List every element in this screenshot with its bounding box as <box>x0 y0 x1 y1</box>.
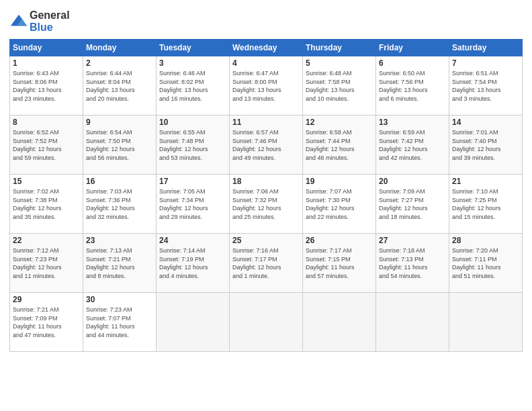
col-header-tuesday: Tuesday <box>157 40 230 56</box>
day-info: Sunrise: 6:57 AM Sunset: 7:46 PM Dayligh… <box>232 128 300 162</box>
header: General Blue <box>9 7 523 34</box>
day-number: 4 <box>232 58 300 68</box>
col-header-wednesday: Wednesday <box>230 40 303 56</box>
day-number: 12 <box>306 118 373 127</box>
cal-cell: 25Sunrise: 7:16 AM Sunset: 7:17 PM Dayli… <box>230 234 303 293</box>
week-row-1: 1Sunrise: 6:43 AM Sunset: 8:06 PM Daylig… <box>10 56 523 116</box>
logo: General Blue <box>9 9 70 34</box>
day-info: Sunrise: 7:13 AM Sunset: 7:21 PM Dayligh… <box>86 246 153 280</box>
day-number: 26 <box>306 236 373 245</box>
day-number: 19 <box>306 177 373 186</box>
calendar-page: General Blue SundayMondayTuesdayWednesda… <box>0 0 532 411</box>
day-info: Sunrise: 6:51 AM Sunset: 7:54 PM Dayligh… <box>452 69 519 103</box>
cal-cell: 29Sunrise: 7:21 AM Sunset: 7:09 PM Dayli… <box>10 293 83 352</box>
day-info: Sunrise: 7:01 AM Sunset: 7:40 PM Dayligh… <box>452 128 519 162</box>
day-number: 11 <box>232 118 300 127</box>
cal-cell <box>449 293 523 352</box>
cal-cell: 13Sunrise: 6:59 AM Sunset: 7:42 PM Dayli… <box>376 116 449 175</box>
day-number: 14 <box>452 118 519 127</box>
day-number: 1 <box>13 58 80 68</box>
cal-cell: 5Sunrise: 6:48 AM Sunset: 7:58 PM Daylig… <box>303 56 376 116</box>
day-number: 6 <box>379 58 446 68</box>
day-info: Sunrise: 6:55 AM Sunset: 7:48 PM Dayligh… <box>159 128 226 162</box>
day-number: 23 <box>86 236 153 245</box>
day-number: 3 <box>159 58 226 68</box>
day-info: Sunrise: 6:59 AM Sunset: 7:42 PM Dayligh… <box>379 128 446 162</box>
cal-cell: 2Sunrise: 6:44 AM Sunset: 8:04 PM Daylig… <box>83 56 157 116</box>
cal-cell: 18Sunrise: 7:06 AM Sunset: 7:32 PM Dayli… <box>230 175 303 234</box>
day-info: Sunrise: 6:48 AM Sunset: 7:58 PM Dayligh… <box>306 69 373 103</box>
day-info: Sunrise: 6:58 AM Sunset: 7:44 PM Dayligh… <box>306 128 373 162</box>
day-info: Sunrise: 6:52 AM Sunset: 7:52 PM Dayligh… <box>13 128 80 162</box>
cal-cell <box>230 293 303 352</box>
day-number: 13 <box>379 118 446 127</box>
col-header-monday: Monday <box>83 40 157 56</box>
day-info: Sunrise: 6:47 AM Sunset: 8:00 PM Dayligh… <box>232 69 300 103</box>
cal-cell: 15Sunrise: 7:02 AM Sunset: 7:38 PM Dayli… <box>10 175 83 234</box>
week-row-3: 15Sunrise: 7:02 AM Sunset: 7:38 PM Dayli… <box>10 175 523 234</box>
calendar-table: SundayMondayTuesdayWednesdayThursdayFrid… <box>9 39 523 352</box>
day-number: 5 <box>306 58 373 68</box>
cal-cell: 28Sunrise: 7:20 AM Sunset: 7:11 PM Dayli… <box>449 234 523 293</box>
cal-cell: 20Sunrise: 7:09 AM Sunset: 7:27 PM Dayli… <box>376 175 449 234</box>
cal-cell <box>376 293 449 352</box>
cal-cell: 27Sunrise: 7:18 AM Sunset: 7:13 PM Dayli… <box>376 234 449 293</box>
day-info: Sunrise: 6:44 AM Sunset: 8:04 PM Dayligh… <box>86 69 153 103</box>
day-number: 2 <box>86 58 153 68</box>
cal-cell: 1Sunrise: 6:43 AM Sunset: 8:06 PM Daylig… <box>10 56 83 116</box>
cal-cell <box>303 293 376 352</box>
cal-cell: 30Sunrise: 7:23 AM Sunset: 7:07 PM Dayli… <box>83 293 157 352</box>
cal-cell: 11Sunrise: 6:57 AM Sunset: 7:46 PM Dayli… <box>230 116 303 175</box>
day-info: Sunrise: 7:14 AM Sunset: 7:19 PM Dayligh… <box>159 246 226 280</box>
week-row-4: 22Sunrise: 7:12 AM Sunset: 7:23 PM Dayli… <box>10 234 523 293</box>
day-info: Sunrise: 6:46 AM Sunset: 8:02 PM Dayligh… <box>159 69 226 103</box>
cal-cell: 19Sunrise: 7:07 AM Sunset: 7:30 PM Dayli… <box>303 175 376 234</box>
cal-cell: 16Sunrise: 7:03 AM Sunset: 7:36 PM Dayli… <box>83 175 157 234</box>
day-info: Sunrise: 7:21 AM Sunset: 7:09 PM Dayligh… <box>13 306 80 339</box>
col-header-thursday: Thursday <box>303 40 376 56</box>
day-number: 21 <box>452 177 519 186</box>
cal-cell: 3Sunrise: 6:46 AM Sunset: 8:02 PM Daylig… <box>157 56 230 116</box>
day-info: Sunrise: 7:10 AM Sunset: 7:25 PM Dayligh… <box>452 187 519 221</box>
col-header-saturday: Saturday <box>449 40 523 56</box>
cal-cell: 4Sunrise: 6:47 AM Sunset: 8:00 PM Daylig… <box>230 56 303 116</box>
day-info: Sunrise: 6:50 AM Sunset: 7:56 PM Dayligh… <box>379 69 446 103</box>
day-info: Sunrise: 7:09 AM Sunset: 7:27 PM Dayligh… <box>379 187 446 221</box>
day-number: 9 <box>86 118 153 127</box>
day-number: 29 <box>13 295 80 304</box>
logo-icon <box>9 12 28 31</box>
day-info: Sunrise: 7:20 AM Sunset: 7:11 PM Dayligh… <box>452 246 519 280</box>
cal-cell: 6Sunrise: 6:50 AM Sunset: 7:56 PM Daylig… <box>376 56 449 116</box>
day-number: 18 <box>232 177 300 186</box>
header-row: SundayMondayTuesdayWednesdayThursdayFrid… <box>10 40 523 56</box>
day-info: Sunrise: 7:02 AM Sunset: 7:38 PM Dayligh… <box>13 187 80 221</box>
cal-cell: 12Sunrise: 6:58 AM Sunset: 7:44 PM Dayli… <box>303 116 376 175</box>
day-number: 16 <box>86 177 153 186</box>
cal-cell: 21Sunrise: 7:10 AM Sunset: 7:25 PM Dayli… <box>449 175 523 234</box>
day-info: Sunrise: 7:03 AM Sunset: 7:36 PM Dayligh… <box>86 187 153 221</box>
day-info: Sunrise: 6:43 AM Sunset: 8:06 PM Dayligh… <box>13 69 80 103</box>
cal-cell: 10Sunrise: 6:55 AM Sunset: 7:48 PM Dayli… <box>157 116 230 175</box>
cal-cell: 23Sunrise: 7:13 AM Sunset: 7:21 PM Dayli… <box>83 234 157 293</box>
day-info: Sunrise: 7:12 AM Sunset: 7:23 PM Dayligh… <box>13 246 80 280</box>
day-info: Sunrise: 7:16 AM Sunset: 7:17 PM Dayligh… <box>232 246 300 280</box>
cal-cell: 26Sunrise: 7:17 AM Sunset: 7:15 PM Dayli… <box>303 234 376 293</box>
day-info: Sunrise: 7:07 AM Sunset: 7:30 PM Dayligh… <box>306 187 373 221</box>
day-number: 25 <box>232 236 300 245</box>
day-info: Sunrise: 7:17 AM Sunset: 7:15 PM Dayligh… <box>306 246 373 280</box>
cal-cell: 22Sunrise: 7:12 AM Sunset: 7:23 PM Dayli… <box>10 234 83 293</box>
day-number: 10 <box>159 118 226 127</box>
cal-cell: 9Sunrise: 6:54 AM Sunset: 7:50 PM Daylig… <box>83 116 157 175</box>
day-info: Sunrise: 7:23 AM Sunset: 7:07 PM Dayligh… <box>86 306 153 339</box>
day-number: 30 <box>86 295 153 304</box>
cal-cell: 8Sunrise: 6:52 AM Sunset: 7:52 PM Daylig… <box>10 116 83 175</box>
day-info: Sunrise: 7:05 AM Sunset: 7:34 PM Dayligh… <box>159 187 226 221</box>
day-number: 15 <box>13 177 80 186</box>
day-number: 8 <box>13 118 80 127</box>
day-info: Sunrise: 7:18 AM Sunset: 7:13 PM Dayligh… <box>379 246 446 280</box>
cal-cell: 7Sunrise: 6:51 AM Sunset: 7:54 PM Daylig… <box>449 56 523 116</box>
day-number: 24 <box>159 236 226 245</box>
day-number: 7 <box>452 58 519 68</box>
col-header-friday: Friday <box>376 40 449 56</box>
col-header-sunday: Sunday <box>10 40 83 56</box>
